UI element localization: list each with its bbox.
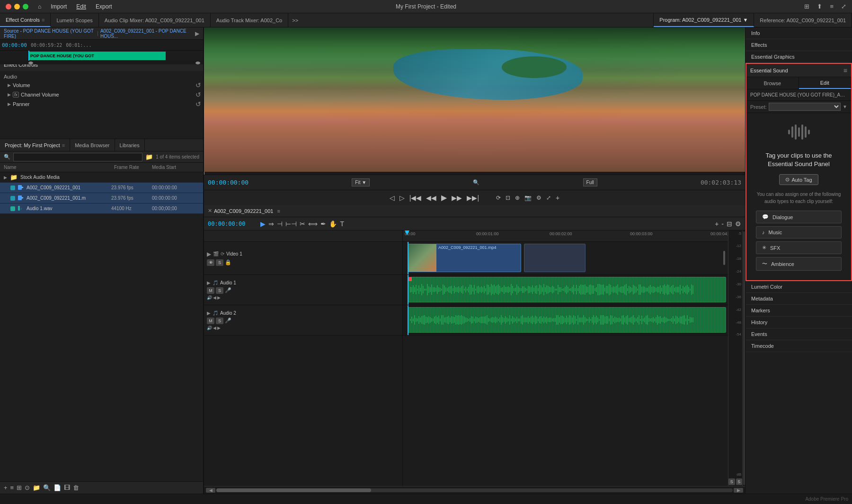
loop-button[interactable]: ⟳ [495,194,502,202]
a1-solo[interactable]: S [216,287,223,294]
audio-clip-a2[interactable]: const bars2 = []; for(let i=0;i<200;i++)… [408,307,726,333]
source-nav-right[interactable]: ▶ [195,30,199,37]
es-preset-arrow[interactable]: ▼ [843,104,847,109]
mark-out-button[interactable]: ▷ [399,193,406,203]
a2-prev-frame[interactable]: ◀ [213,326,216,330]
music-button[interactable]: ♪ Music [756,226,842,239]
project-tab-close[interactable]: ≡ [62,142,65,148]
play-button[interactable]: ▶ [440,192,448,203]
volume-reset[interactable]: ↺ [195,81,201,89]
v1-sync-icon[interactable]: ⟳ [221,251,224,256]
list-item[interactable]: ♪ Audio 1.wav 44100 Hz 00:00;00;00 [0,203,203,214]
panel-item-effects[interactable]: Effects [746,39,852,51]
panel-item-history[interactable]: History [746,317,852,328]
expand-icon[interactable]: ⤢ [841,3,846,10]
fit-tl[interactable]: ⊟ [727,220,732,228]
panel-item-essential-graphics[interactable]: Essential Graphics [746,51,852,63]
settings-icon[interactable]: ≡ [830,3,834,10]
text-tool[interactable]: T [340,220,344,228]
a1-mic-icon[interactable]: 🎤 [225,287,231,293]
a2-solo[interactable]: S [216,318,223,324]
list-item[interactable]: A002_C009_092221_001 23.976 fps 00:00:00… [0,183,203,193]
delete-icon[interactable]: 🗑 [73,484,79,491]
tab-program-monitor[interactable]: Program: A002_C009_092221_001 ▼ [654,13,754,27]
es-menu-icon[interactable]: ≡ [843,67,847,74]
tab-audio-clip-mixer[interactable]: Audio Clip Mixer: A002_C009_092221_001 [99,13,211,27]
mark-in-button[interactable]: ◁ [389,193,396,203]
zoom-out-tl[interactable]: - [721,220,724,228]
audio-clip-a1[interactable]: // Generate waveform bars inline const b… [408,277,726,302]
new-item-icon[interactable]: 📄 [53,484,61,491]
settings-tl[interactable]: ⚙ [735,220,741,228]
new-bin-icon[interactable]: 📁 [33,484,40,491]
a1-mute[interactable]: M [207,287,214,294]
panner-reset[interactable]: ↺ [195,100,201,108]
pen-tool[interactable]: ✒ [320,220,326,228]
tab-project[interactable]: Project: My First Project ≡ [0,139,70,151]
step-back-button[interactable]: |◀◀ [408,193,423,203]
tab-lumetri-scopes[interactable]: Lumetri Scopes [51,13,98,27]
a2-mic-icon[interactable]: 🎤 [225,318,231,324]
menu-edit[interactable]: Edit [76,3,86,10]
a2-toggle[interactable]: ▶ [207,310,211,316]
fullscreen-button[interactable] [23,4,28,9]
close-button[interactable] [6,4,11,9]
zoom-icon[interactable]: 🔍 [473,179,479,186]
s-button-1[interactable]: S [728,478,735,485]
safe-margins-button[interactable]: ⊡ [505,194,511,202]
channel-volume-triangle[interactable]: ▶ [8,92,11,97]
channel-volume-reset[interactable]: ↺ [195,91,201,98]
search-tool-icon[interactable]: 🔍 [43,484,51,491]
camera-button[interactable]: 📷 [524,194,532,202]
fit-dropdown[interactable]: Fit ▼ [352,178,370,186]
a1-toggle[interactable]: ▶ [207,280,211,285]
video-clip[interactable]: A002_C009_092221_001.mp4 [408,244,521,272]
panel-item-metadata[interactable]: Metadata [746,293,852,305]
panel-item-lumetri-color[interactable]: Lumetri Color [746,281,852,293]
list-view-icon[interactable]: ≡ [10,484,14,491]
h-scrollbar[interactable]: ◀ ▶ [204,486,745,494]
home-icon[interactable]: ⌂ [38,3,41,10]
next-frame-button[interactable]: ▶▶ [451,193,463,203]
hand-tool[interactable]: ✋ [329,220,337,228]
share-icon[interactable]: ⬆ [817,3,822,10]
v1-lock[interactable]: 🔒 [225,259,231,265]
panels-icon[interactable]: ⊞ [804,3,809,10]
a2-sync-icon[interactable]: 🎵 [213,310,218,316]
s-button-2[interactable]: S [736,478,743,485]
tab-effect-controls[interactable]: Effect Controls ≡ [0,13,51,27]
a2-mute[interactable]: M [207,318,214,324]
list-item[interactable]: ▶ 📁 Stock Audio Media [0,172,203,183]
panel-item-info[interactable]: Info [746,27,852,39]
rolling-tool[interactable]: ⊢⊣ [285,220,297,228]
v1-visibility[interactable]: 👁 [207,259,214,266]
es-preset-select[interactable] [769,103,841,111]
scroll-thumb[interactable] [216,488,371,492]
new-sequence-icon[interactable]: 🎞 [64,484,70,491]
dialogue-button[interactable]: 💬 Dialogue [756,211,842,223]
selection-tool[interactable]: ▶ [260,220,266,228]
a2-next-frame[interactable]: ▶ [217,326,221,330]
v1-toggle[interactable]: ▶ [207,251,211,257]
tab-media-browser[interactable]: Media Browser [70,139,115,151]
scroll-right[interactable]: ▶ [734,488,743,493]
a1-next-frame[interactable]: ▶ [217,295,221,300]
v1-solo[interactable]: S [216,259,223,266]
scroll-left[interactable]: ◀ [206,488,215,493]
step-forward-button[interactable]: ▶▶| [466,193,480,203]
tab-overflow[interactable]: >> [288,13,302,27]
sequence-menu-icon[interactable]: ≡ [277,208,280,214]
panner-triangle[interactable]: ▶ [8,102,11,106]
panel-item-timecode[interactable]: Timecode [746,340,852,352]
search-input[interactable] [13,153,142,161]
list-item[interactable]: A002_C009_092221_001.m 23.976 fps 00:00:… [0,193,203,203]
menu-export[interactable]: Export [96,3,112,10]
expand-triangle[interactable]: ▶ [4,175,7,180]
ambience-button[interactable]: 〜 Ambience [756,257,842,271]
auto-match-icon[interactable]: ⊙ [25,484,30,491]
minimize-button[interactable] [14,4,20,9]
overlay-button[interactable]: ⊕ [514,194,521,202]
folder-new-icon[interactable]: 📁 [145,153,153,160]
tab-libraries[interactable]: Libraries [115,139,145,151]
settings-button[interactable]: ⚙ [535,194,542,202]
